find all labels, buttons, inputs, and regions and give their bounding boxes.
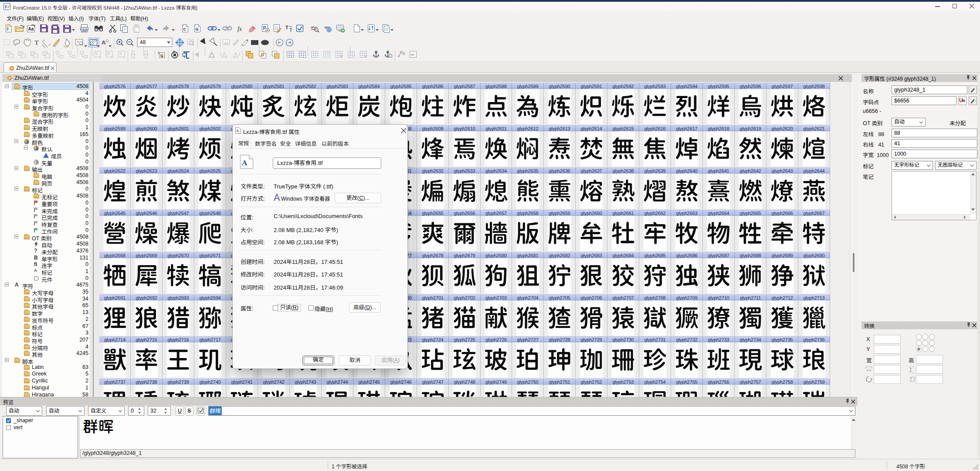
svg-text:F: F <box>7 27 10 31</box>
svg-text:A: A <box>242 159 248 167</box>
svg-text:A: A <box>102 39 106 46</box>
svg-text:C: C <box>183 27 187 31</box>
svg-text:Aa: Aa <box>28 27 34 31</box>
svg-text:T: T <box>34 39 39 46</box>
svg-text:abc: abc <box>311 25 316 29</box>
svg-text:G: G <box>160 54 163 58</box>
svg-text:48: 48 <box>140 39 146 45</box>
svg-text:A: A <box>236 129 239 133</box>
svg-text:fx: fx <box>237 26 242 32</box>
svg-text:T: T <box>285 25 288 30</box>
svg-text:HO: HO <box>411 53 414 57</box>
svg-text:F: F <box>5 4 8 9</box>
svg-text:T: T <box>289 27 292 33</box>
svg-text:F: F <box>66 29 68 33</box>
svg-text:G: G <box>196 27 199 31</box>
